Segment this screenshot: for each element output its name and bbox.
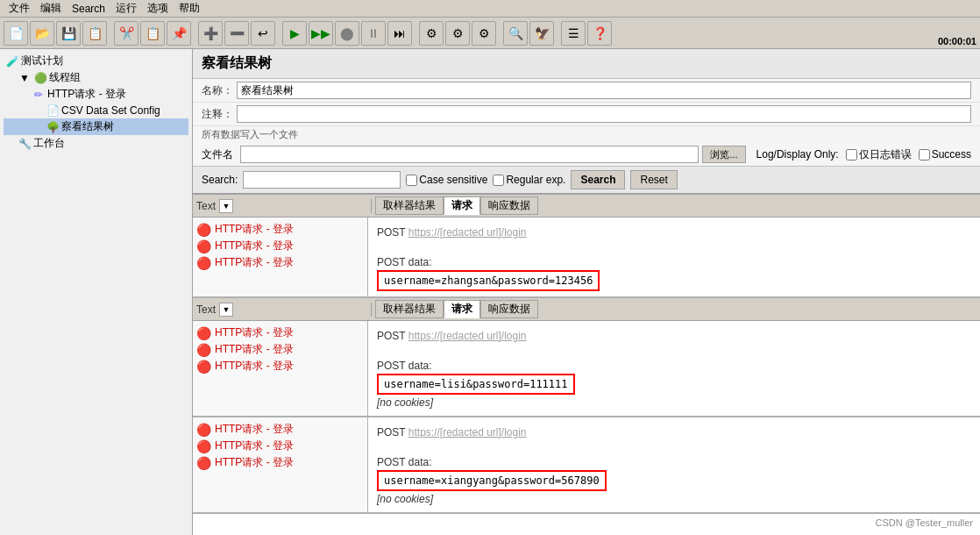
settings-btn2[interactable]: ⚙ — [445, 21, 470, 46]
tab-request-1[interactable]: 请求 — [444, 196, 480, 215]
errors-checkbox[interactable] — [846, 149, 857, 160]
open-button[interactable]: 📂 — [30, 21, 54, 46]
list-button[interactable]: ☰ — [561, 21, 586, 46]
list-item[interactable]: 🔴 HTTP请求 - 登录 — [196, 325, 364, 341]
comment-input[interactable] — [237, 105, 971, 123]
dropdown-arrow-1[interactable]: ▼ — [219, 199, 233, 213]
special-button[interactable]: 🦅 — [529, 21, 554, 46]
case-sensitive-option[interactable]: Case sensitive — [406, 174, 487, 186]
start-remote-button[interactable]: ▶▶ — [309, 21, 333, 46]
success-option[interactable]: Success — [919, 148, 971, 160]
request-link-1a[interactable]: HTTP请求 - 登录 — [215, 222, 294, 237]
request-link-3a[interactable]: HTTP请求 - 登录 — [215, 422, 294, 437]
tree-item-thread[interactable]: ▼ 🟢 线程组 — [4, 69, 188, 86]
list-item[interactable]: 🔴 HTTP请求 - 登录 — [196, 254, 364, 271]
help-button[interactable]: ❓ — [587, 21, 612, 46]
remove-button[interactable]: ➖ — [224, 21, 249, 46]
search-button[interactable]: Search — [571, 170, 625, 189]
pause-button[interactable]: ⏸ — [361, 21, 386, 46]
error-icon-1b: 🔴 — [196, 239, 211, 253]
tree-item-workbench[interactable]: 🔧 工作台 — [4, 135, 188, 152]
menu-edit[interactable]: 编辑 — [35, 0, 67, 17]
request-link-2b[interactable]: HTTP请求 - 登录 — [215, 342, 294, 357]
name-input[interactable] — [237, 82, 971, 99]
tree-item-plan[interactable]: 🧪 测试计划 — [4, 53, 188, 69]
list-item[interactable]: 🔴 HTTP请求 - 登录 — [196, 221, 364, 238]
copy-button[interactable]: 📋 — [140, 21, 165, 46]
request-link-1c[interactable]: HTTP请求 - 登录 — [215, 255, 294, 270]
result-label-2: Text — [196, 303, 216, 316]
panel-title: 察看结果树 — [193, 49, 980, 79]
tab-response-2[interactable]: 响应数据 — [480, 300, 538, 318]
menu-search[interactable]: Search — [67, 2, 110, 16]
search-input[interactable] — [243, 171, 401, 189]
save-as-button[interactable]: 📋 — [82, 21, 107, 46]
tabs-area-1: 取样器结果 请求 响应数据 — [375, 196, 538, 215]
error-icon-1c: 🔴 — [196, 256, 211, 270]
reset-button[interactable]: Reset — [630, 170, 677, 189]
tree-label-plan: 测试计划 — [21, 54, 63, 68]
post-data-box-2: username=lisi&password=111111 — [377, 374, 575, 395]
menu-options[interactable]: 选项 — [142, 0, 174, 17]
tree-label-results: 察看结果树 — [61, 119, 114, 134]
list-item[interactable]: 🔴 HTTP请求 - 登录 — [196, 358, 364, 374]
result-header-left-1: Text ▼ — [196, 199, 372, 213]
post-data-box-1: username=zhangsan&password=123456 — [377, 270, 600, 291]
regular-exp-checkbox[interactable] — [493, 175, 504, 186]
request-link-2a[interactable]: HTTP请求 - 登录 — [215, 325, 294, 340]
settings-btn1[interactable]: ⚙ — [419, 21, 444, 46]
tree-item-csv[interactable]: 📄 CSV Data Set Config — [4, 103, 188, 118]
menu-run[interactable]: 运行 — [110, 0, 142, 17]
tab-request-2[interactable]: 请求 — [444, 300, 480, 318]
case-sensitive-checkbox[interactable] — [406, 175, 417, 186]
settings-btn3[interactable]: ⚙ — [472, 21, 496, 46]
save-button[interactable]: 💾 — [56, 21, 81, 46]
results-icon: 🌳 — [46, 120, 60, 134]
regular-exp-option[interactable]: Regular exp. — [493, 174, 565, 186]
regular-exp-label: Regular exp. — [506, 174, 565, 186]
result-content-2: POST https://[redacted url]/login POST d… — [368, 321, 980, 416]
list-item[interactable]: 🔴 HTTP请求 - 登录 — [196, 238, 364, 254]
menu-help[interactable]: 帮助 — [174, 0, 205, 17]
stop-button[interactable]: ⬤ — [335, 21, 359, 46]
no-cookies-3: [no cookies] — [377, 493, 971, 505]
add-button[interactable]: ➕ — [198, 21, 223, 46]
list-item[interactable]: 🔴 HTTP请求 - 登录 — [196, 454, 364, 471]
zoom-button[interactable]: 🔍 — [503, 21, 528, 46]
start-button[interactable]: ▶ — [282, 21, 307, 46]
play-button[interactable]: ⏭ — [387, 21, 412, 46]
tree-item-results[interactable]: 🌳 察看结果树 — [4, 118, 188, 135]
error-icon-2b: 🔴 — [196, 343, 211, 357]
comment-row: 注释： — [193, 103, 980, 126]
browse-button[interactable]: 浏览... — [702, 146, 745, 163]
tree-label-workbench: 工作台 — [33, 136, 65, 151]
error-icon-3a: 🔴 — [196, 423, 211, 437]
request-link-3b[interactable]: HTTP请求 - 登录 — [215, 439, 294, 453]
list-item[interactable]: 🔴 HTTP请求 - 登录 — [196, 421, 364, 438]
result-header-left-2: Text ▼ — [196, 303, 372, 317]
cut-button[interactable]: ✂️ — [114, 21, 138, 46]
errors-option[interactable]: 仅日志错误 — [846, 147, 912, 162]
tree-item-http[interactable]: ✏ HTTP请求 - 登录 — [4, 86, 188, 103]
thread-expand-icon: ▼ — [18, 71, 32, 85]
paste-button[interactable]: 📌 — [167, 21, 191, 46]
tab-sampler-1[interactable]: 取样器结果 — [375, 196, 444, 215]
request-link-2c[interactable]: HTTP请求 - 登录 — [215, 359, 294, 374]
filename-input[interactable] — [240, 146, 699, 163]
new-button[interactable]: 📄 — [4, 21, 28, 46]
clear-button[interactable]: ↩ — [251, 21, 275, 46]
request-link-1b[interactable]: HTTP请求 - 登录 — [215, 239, 294, 253]
result-content-3: POST https://[redacted url]/login POST d… — [368, 417, 980, 512]
dropdown-arrow-2[interactable]: ▼ — [219, 303, 233, 317]
success-checkbox[interactable] — [919, 149, 930, 160]
plan-icon: 🧪 — [5, 54, 19, 68]
request-link-3c[interactable]: HTTP请求 - 登录 — [215, 455, 294, 470]
comment-label: 注释： — [202, 107, 237, 122]
csv-icon: 📄 — [46, 103, 60, 118]
menu-file[interactable]: 文件 — [4, 0, 35, 17]
list-item[interactable]: 🔴 HTTP请求 - 登录 — [196, 438, 364, 454]
tab-response-1[interactable]: 响应数据 — [480, 196, 538, 215]
tab-sampler-2[interactable]: 取样器结果 — [375, 300, 444, 318]
list-item[interactable]: 🔴 HTTP请求 - 登录 — [196, 341, 364, 358]
post-url-2: POST https://[redacted url]/login — [377, 330, 971, 342]
